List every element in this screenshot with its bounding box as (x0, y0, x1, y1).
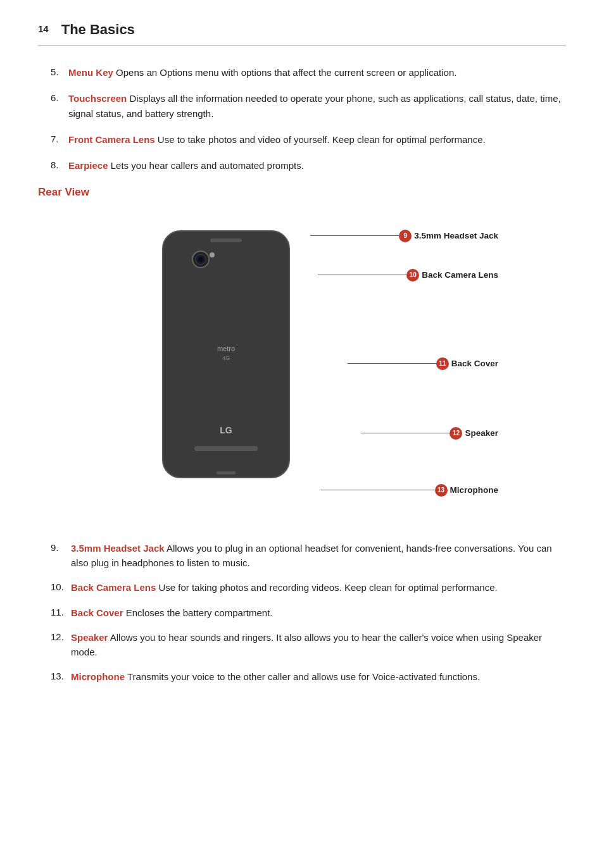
callout-headset-jack: 9 3.5mm Headset Jack (310, 230, 498, 242)
callout-back-cover: 11 Back Cover (348, 357, 498, 370)
list-content: Front Camera Lens Use to take photos and… (68, 132, 486, 147)
page: 14 The Basics 5. Menu Key Opens an Optio… (0, 0, 604, 868)
svg-text:metro: metro (217, 345, 235, 352)
callout-line (361, 433, 450, 433)
term-speaker: Speaker (71, 632, 108, 643)
term-menu-key: Menu Key (68, 67, 113, 78)
callout-number: 13 (435, 484, 448, 497)
term-front-camera: Front Camera Lens (68, 134, 155, 145)
term-back-cover: Back Cover (71, 607, 123, 618)
callout-label: 13 Microphone (435, 484, 499, 497)
callout-line (310, 235, 399, 236)
callout-line (318, 275, 406, 275)
diagram-area: metro 4G LG 9 3.5mm Headset Jack (38, 212, 566, 528)
desc-content: Microphone Transmits your voice to the o… (71, 669, 480, 684)
list-num: 8. (51, 158, 68, 173)
page-number: 14 (38, 22, 49, 37)
term-earpiece: Earpiece (68, 160, 108, 171)
callout-label: 10 Back Camera Lens (406, 269, 498, 282)
desc-content: Back Cover Encloses the battery compartm… (71, 605, 273, 620)
desc-num: 13. (51, 669, 71, 684)
list-item: 7. Front Camera Lens Use to take photos … (51, 132, 566, 147)
callout-number: 12 (450, 427, 462, 440)
list-item: 5. Menu Key Opens an Options menu with o… (51, 65, 566, 80)
diagram-wrapper: metro 4G LG 9 3.5mm Headset Jack (106, 212, 498, 528)
svg-rect-1 (210, 239, 242, 242)
callout-microphone: 13 Microphone (321, 484, 499, 497)
callout-label: 11 Back Cover (436, 357, 498, 370)
desc-item: 10. Back Camera Lens Use for taking phot… (51, 580, 566, 595)
svg-point-5 (210, 252, 215, 257)
callout-speaker: 12 Speaker (361, 427, 498, 440)
list-content: Touchscreen Displays all the information… (68, 91, 566, 121)
desc-num: 10. (51, 580, 71, 595)
desc-num: 12. (51, 630, 71, 645)
callout-label: 9 3.5mm Headset Jack (399, 230, 498, 242)
desc-content: 3.5mm Headset Jack Allows you to plug in… (71, 541, 566, 571)
list-num: 6. (51, 91, 68, 106)
callout-number: 9 (399, 230, 412, 242)
svg-rect-0 (163, 231, 289, 478)
callout-label: 12 Speaker (450, 427, 498, 440)
list-item: 8. Earpiece Lets you hear callers and au… (51, 158, 566, 173)
svg-rect-10 (217, 471, 236, 474)
list-num: 7. (51, 132, 68, 147)
desc-content: Back Camera Lens Use for taking photos a… (71, 580, 498, 595)
term-microphone: Microphone (71, 671, 125, 682)
callout-number: 11 (436, 357, 449, 370)
page-header: 14 The Basics (38, 19, 566, 46)
svg-text:4G: 4G (222, 355, 230, 361)
callout-number: 10 (406, 269, 419, 282)
term-headset-jack: 3.5mm Headset Jack (71, 543, 165, 554)
section-title: Rear View (38, 184, 566, 201)
term-touchscreen: Touchscreen (68, 93, 127, 104)
callout-line (348, 363, 436, 364)
svg-text:LG: LG (220, 425, 232, 435)
page-title: The Basics (61, 19, 135, 40)
svg-point-4 (198, 257, 203, 262)
svg-rect-9 (194, 446, 258, 451)
desc-num: 11. (51, 605, 71, 620)
top-list: 5. Menu Key Opens an Options menu with o… (51, 65, 566, 173)
list-content: Menu Key Opens an Options menu with opti… (68, 65, 456, 80)
phone-image: metro 4G LG (156, 225, 296, 495)
list-num: 5. (51, 65, 68, 80)
callout-line (321, 490, 435, 490)
term-back-camera: Back Camera Lens (71, 582, 156, 593)
desc-item: 12. Speaker Allows you to hear sounds an… (51, 630, 566, 660)
desc-content: Speaker Allows you to hear sounds and ri… (71, 630, 566, 660)
list-item: 6. Touchscreen Displays all the informat… (51, 91, 566, 121)
desc-item: 11. Back Cover Encloses the battery comp… (51, 605, 566, 620)
desc-item: 13. Microphone Transmits your voice to t… (51, 669, 566, 684)
desc-num: 9. (51, 541, 71, 555)
desc-list: 9. 3.5mm Headset Jack Allows you to plug… (51, 541, 566, 685)
callout-back-camera: 10 Back Camera Lens (318, 269, 498, 282)
desc-item: 9. 3.5mm Headset Jack Allows you to plug… (51, 541, 566, 571)
list-content: Earpiece Lets you hear callers and autom… (68, 158, 304, 173)
